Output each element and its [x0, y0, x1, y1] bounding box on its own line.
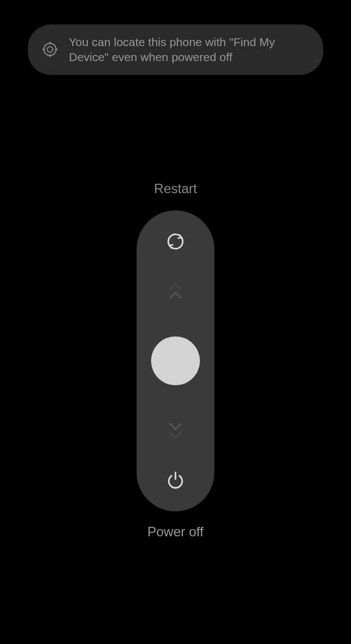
power-icon[interactable] [166, 470, 185, 490]
restart-label: Restart [0, 181, 351, 197]
svg-point-1 [47, 47, 53, 52]
chevron-up-group [169, 283, 182, 299]
power-slider-track [137, 210, 214, 511]
svg-point-0 [44, 43, 56, 56]
slider-thumb[interactable] [151, 336, 200, 385]
locate-icon [41, 41, 59, 58]
chevron-down-group [169, 422, 182, 439]
find-my-device-banner[interactable]: You can locate this phone with "Find My … [28, 24, 323, 75]
power-off-label: Power off [0, 524, 351, 540]
restart-icon[interactable] [166, 232, 185, 251]
chevron-down-icon [169, 431, 182, 439]
notification-text: You can locate this phone with "Find My … [69, 34, 310, 65]
chevron-up-icon [169, 283, 182, 290]
chevron-down-icon [169, 422, 182, 430]
chevron-up-icon [169, 291, 182, 299]
